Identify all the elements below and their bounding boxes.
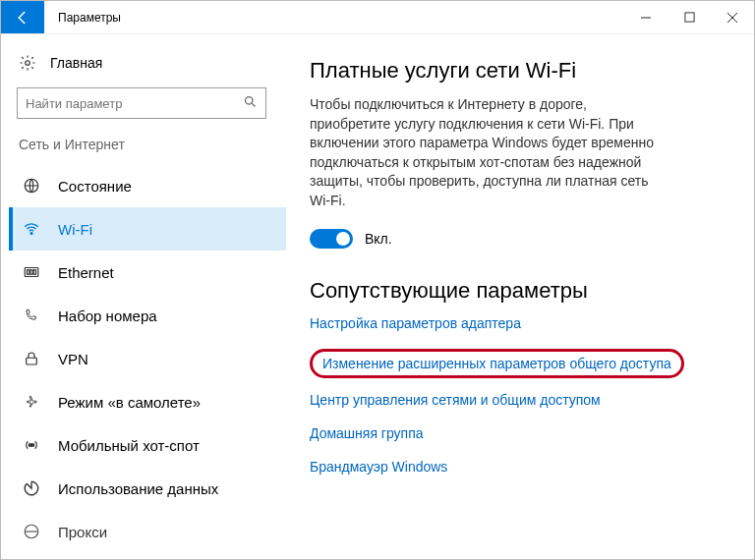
nav-item-status[interactable]: Состояние [9,164,286,207]
dialup-icon [21,307,42,324]
close-button[interactable] [711,1,754,33]
ethernet-icon [21,263,42,281]
nav-label: Использование данных [58,480,218,497]
link-homegroup[interactable]: Домашняя группа [310,425,734,441]
nav-label: VPN [58,351,88,367]
paid-wifi-toggle[interactable] [310,229,353,249]
related-links: Настройка параметров адаптера Изменение … [310,315,734,475]
nav-item-airplane[interactable]: Режим «в самолете» [9,380,286,423]
nav-item-hotspot[interactable]: Мобильный хот-спот [9,423,286,467]
link-network-center[interactable]: Центр управления сетями и общим доступом [310,392,734,408]
content-pane: Платные услуги сети Wi-Fi Чтобы подключи… [286,34,754,559]
titlebar: Параметры [1,1,754,34]
nav-item-dialup[interactable]: Набор номера [9,294,286,337]
nav-label: Состояние [58,178,132,195]
nav-label: Режим «в самолете» [58,394,201,411]
nav-item-proxy[interactable]: Прокси [9,510,286,553]
vpn-icon [21,350,42,367]
paid-wifi-description: Чтобы подключиться к Интернету в дороге,… [310,95,664,211]
gear-icon [17,54,38,72]
data-usage-icon [21,479,42,497]
svg-point-4 [30,233,32,235]
search-box[interactable] [17,87,266,119]
maximize-button[interactable] [668,1,711,33]
airplane-icon [21,393,42,411]
hotspot-icon [21,436,42,454]
svg-rect-6 [28,270,29,275]
home-button[interactable]: Главная [9,44,286,82]
svg-rect-0 [684,13,693,22]
link-firewall[interactable]: Брандмауэр Windows [310,459,734,475]
section-heading-paid-wifi: Платные услуги сети Wi-Fi [310,58,734,84]
nav-label: Ethernet [58,264,114,281]
window-title: Параметры [44,1,121,33]
section-heading-related: Сопутствующие параметры [310,278,734,304]
link-advanced-sharing[interactable]: Изменение расширенных параметров общего … [322,356,671,371]
link-adapter-settings[interactable]: Настройка параметров адаптера [310,315,734,331]
nav-label: Прокси [58,524,107,540]
toggle-row: Вкл. [310,229,734,249]
home-label: Главная [50,55,102,71]
svg-rect-9 [27,358,37,364]
settings-window: Параметры Главная Сет [0,0,755,560]
nav-item-ethernet[interactable]: Ethernet [9,251,286,294]
nav-item-vpn[interactable]: VPN [9,337,286,380]
proxy-icon [21,523,42,540]
back-button[interactable] [1,1,44,33]
nav: Состояние Wi-Fi Ethernet [9,164,286,553]
nav-label: Мобильный хот-спот [58,437,200,454]
sidebar: Главная Сеть и Интернет Состояние [1,34,286,559]
search-input[interactable] [26,96,243,111]
wifi-icon [21,220,42,238]
status-icon [21,177,42,195]
highlight-annotation: Изменение расширенных параметров общего … [310,349,684,378]
svg-rect-8 [33,270,35,275]
toggle-label: Вкл. [365,231,392,247]
svg-point-2 [246,96,254,104]
category-title: Сеть и Интернет [9,133,286,164]
nav-item-datausage[interactable]: Использование данных [9,467,286,510]
svg-rect-7 [30,270,32,275]
nav-label: Wi-Fi [58,221,92,238]
nav-item-wifi[interactable]: Wi-Fi [9,207,286,251]
nav-label: Набор номера [58,308,157,324]
search-icon [243,94,258,113]
minimize-button[interactable] [624,1,668,33]
svg-point-10 [30,444,33,447]
svg-point-1 [26,61,30,66]
